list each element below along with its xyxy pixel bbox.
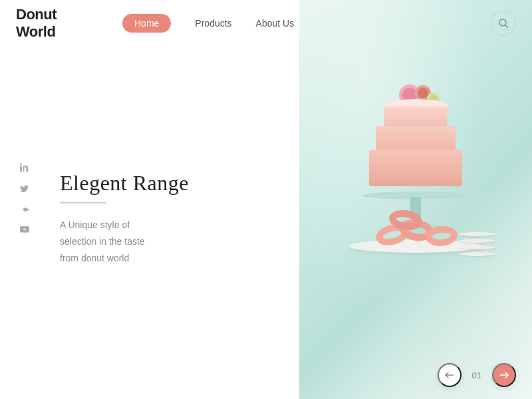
brand-logo: Donut World	[16, 6, 96, 41]
slide-number: 01	[472, 370, 481, 380]
svg-rect-2	[20, 166, 22, 172]
plate-1	[459, 232, 495, 236]
nav-home[interactable]: Home	[122, 14, 171, 33]
hero-image	[299, 0, 532, 399]
next-slide-button[interactable]	[492, 363, 516, 387]
svg-line-1	[505, 25, 508, 28]
svg-point-3	[20, 164, 22, 166]
google-plus-icon[interactable]	[20, 206, 30, 215]
youtube-icon[interactable]	[20, 226, 30, 236]
prev-arrow-icon	[445, 372, 454, 378]
plate-3	[459, 245, 495, 249]
hero-text: Elegent Range A Unique style of selectio…	[60, 171, 189, 267]
plate-4	[459, 252, 495, 256]
social-icons	[20, 164, 30, 236]
hero-title: Elegent Range	[60, 171, 189, 196]
linkedin-icon[interactable]	[20, 164, 30, 174]
search-icon	[498, 18, 509, 29]
nav-about[interactable]: About Us	[256, 18, 295, 29]
hero-divider	[60, 202, 106, 203]
search-button[interactable]	[491, 11, 516, 36]
left-panel: Elegent Range A Unique style of selectio…	[0, 0, 299, 399]
nav-products[interactable]: Products	[195, 18, 231, 29]
right-panel	[299, 0, 532, 399]
main-content: Elegent Range A Unique style of selectio…	[0, 0, 532, 399]
cake-scene	[323, 33, 509, 339]
cake-layer-bottom	[369, 150, 462, 186]
navbar: Donut World Home Products About Us	[0, 0, 532, 47]
slideshow-nav: 01	[438, 363, 516, 387]
next-arrow-icon	[499, 372, 509, 378]
plates-stack	[459, 232, 495, 256]
plate-2	[459, 239, 495, 243]
nav-links: Home Products About Us	[122, 14, 294, 33]
hero-subtitle: A Unique style of selection in the taste…	[60, 216, 189, 267]
twitter-icon[interactable]	[20, 185, 30, 196]
prev-slide-button[interactable]	[438, 363, 462, 387]
flower-2	[418, 88, 428, 98]
